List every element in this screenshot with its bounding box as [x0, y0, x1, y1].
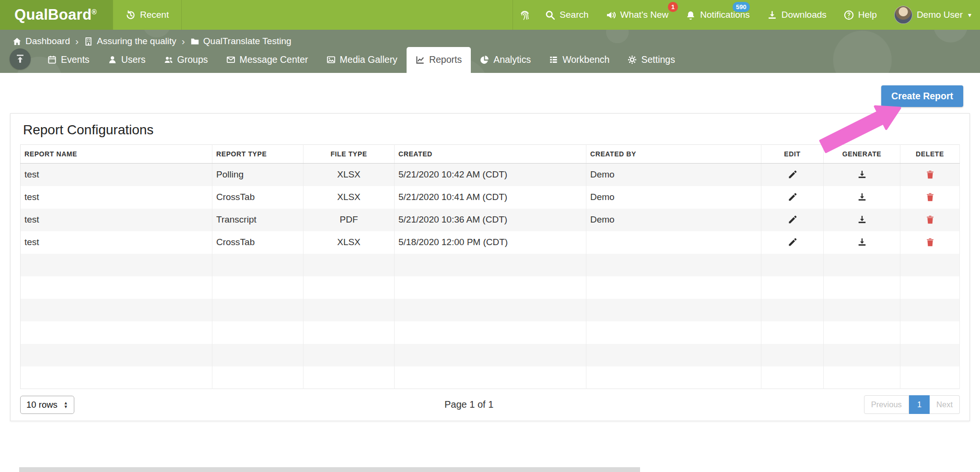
- cell-file-type: PDF: [303, 209, 395, 231]
- cell-file-type: XLSX: [303, 231, 395, 254]
- downloads-button[interactable]: Downloads: [758, 0, 835, 30]
- generate-download-button[interactable]: [854, 168, 870, 181]
- col-report-name: REPORT NAME: [21, 145, 212, 164]
- tab-label: Settings: [641, 54, 675, 65]
- megaphone-icon: [606, 10, 616, 20]
- search-icon: [545, 10, 555, 20]
- delete-button[interactable]: [922, 168, 938, 181]
- help-label: Help: [858, 10, 877, 20]
- recent-button[interactable]: Recent: [113, 0, 182, 30]
- cell-created-by: [586, 231, 761, 254]
- tab-settings[interactable]: Settings: [618, 47, 684, 73]
- previous-page-button[interactable]: Previous: [864, 395, 909, 414]
- logo-name: QualBoard: [14, 6, 92, 23]
- cell-report-name: test: [21, 231, 212, 254]
- cell-report-name: test: [21, 209, 212, 231]
- tab-media-gallery[interactable]: Media Gallery: [317, 47, 407, 73]
- breadcrumb-label: Assuring the quality: [97, 36, 176, 47]
- whats-new-badge: 1: [668, 2, 678, 12]
- generate-download-button[interactable]: [854, 213, 870, 226]
- generate-download-button[interactable]: [854, 236, 870, 249]
- list-icon: [549, 55, 558, 64]
- tab-message-center[interactable]: Message Center: [217, 47, 317, 73]
- select-stepper-icon: ▲▼: [64, 401, 68, 409]
- breadcrumb-project[interactable]: Assuring the quality: [84, 36, 176, 47]
- col-file-type: FILE TYPE: [303, 145, 395, 164]
- tab-users[interactable]: Users: [99, 47, 155, 73]
- create-report-button[interactable]: Create Report: [881, 85, 963, 107]
- generate-download-button[interactable]: [854, 190, 870, 204]
- folder-icon: [190, 37, 199, 46]
- downloads-label: Downloads: [782, 10, 827, 20]
- next-page-button[interactable]: Next: [930, 395, 960, 414]
- up-level-button[interactable]: [10, 48, 31, 70]
- tab-events[interactable]: Events: [38, 47, 99, 73]
- breadcrumb-dashboard[interactable]: Dashboard: [12, 36, 70, 47]
- edit-button[interactable]: [785, 190, 800, 204]
- tab-label: Media Gallery: [340, 54, 397, 65]
- history-icon: [126, 10, 136, 20]
- breadcrumb-label: QualTranslate Testing: [203, 36, 292, 47]
- user-menu[interactable]: Demo User ▾: [886, 0, 980, 30]
- col-created: CREATED: [395, 145, 586, 164]
- tab-label: Message Center: [240, 54, 308, 65]
- users-icon: [164, 55, 173, 64]
- cell-created: 5/21/2020 10:41 AM (CDT): [395, 186, 586, 209]
- search-button[interactable]: Search: [537, 0, 597, 30]
- edit-button[interactable]: [785, 236, 800, 249]
- tab-analytics[interactable]: Analytics: [471, 47, 540, 73]
- cell-report-type: CrossTab: [212, 186, 303, 209]
- table-row: test Transcript PDF 5/21/2020 10:36 AM (…: [21, 209, 960, 231]
- fingerprint-icon: [520, 10, 530, 20]
- whats-new-label: What's New: [620, 10, 669, 20]
- fingerprint-button[interactable]: [513, 0, 537, 30]
- delete-button[interactable]: [922, 190, 938, 204]
- page-1-button[interactable]: 1: [909, 395, 930, 414]
- cell-report-type: Transcript: [212, 209, 303, 231]
- cell-report-name: test: [21, 164, 212, 186]
- tab-label: Analytics: [493, 54, 531, 65]
- col-generate: GENERATE: [824, 145, 900, 164]
- help-button[interactable]: Help: [835, 0, 886, 30]
- edit-button[interactable]: [785, 213, 800, 226]
- rows-per-page-value: 10 rows: [26, 400, 58, 410]
- tab-groups[interactable]: Groups: [155, 47, 217, 73]
- user-icon: [108, 55, 117, 64]
- col-report-type: REPORT TYPE: [212, 145, 303, 164]
- logo-text: QualBoard®: [14, 6, 97, 24]
- tab-label: Users: [121, 54, 146, 65]
- delete-button[interactable]: [922, 236, 938, 249]
- chart-line-icon: [416, 55, 425, 64]
- bell-icon: [686, 10, 696, 20]
- col-edit: EDIT: [761, 145, 824, 164]
- cell-report-type: Polling: [212, 164, 303, 186]
- delete-button[interactable]: [922, 213, 938, 226]
- breadcrumb-separator: ›: [182, 35, 185, 47]
- breadcrumb-label: Dashboard: [25, 36, 70, 47]
- whats-new-button[interactable]: What's New 1: [597, 0, 677, 30]
- home-icon: [12, 37, 22, 46]
- envelope-icon: [226, 55, 235, 64]
- gear-icon: [628, 55, 637, 64]
- table-row: test Polling XLSX 5/21/2020 10:42 AM (CD…: [21, 164, 960, 186]
- breadcrumb: Dashboard › Assuring the quality ›: [0, 30, 980, 47]
- top-navigation-bar: QualBoard® Recent: [0, 0, 980, 30]
- cell-created-by: Demo: [586, 209, 761, 231]
- breadcrumb-separator: ›: [75, 35, 79, 47]
- cell-report-name: test: [21, 186, 212, 209]
- notifications-button[interactable]: Notifications 590: [677, 0, 758, 30]
- qualboard-logo[interactable]: QualBoard®: [0, 0, 113, 30]
- report-configurations-card: Report Configurations REPORT NAME REPORT…: [10, 113, 970, 421]
- cell-created-by: Demo: [586, 186, 761, 209]
- tab-reports[interactable]: Reports: [407, 47, 471, 73]
- edit-button[interactable]: [785, 168, 800, 181]
- breadcrumb-current[interactable]: QualTranslate Testing: [190, 36, 292, 47]
- cell-created: 5/18/2020 12:00 PM (CDT): [395, 231, 586, 254]
- tab-label: Reports: [429, 54, 462, 65]
- tab-workbench[interactable]: Workbench: [540, 47, 618, 73]
- empty-table-row: [21, 321, 960, 344]
- search-label: Search: [560, 10, 588, 20]
- tab-label: Workbench: [562, 54, 609, 65]
- rows-per-page-select[interactable]: 10 rows ▲▼: [20, 396, 74, 414]
- notifications-badge: 590: [733, 2, 750, 12]
